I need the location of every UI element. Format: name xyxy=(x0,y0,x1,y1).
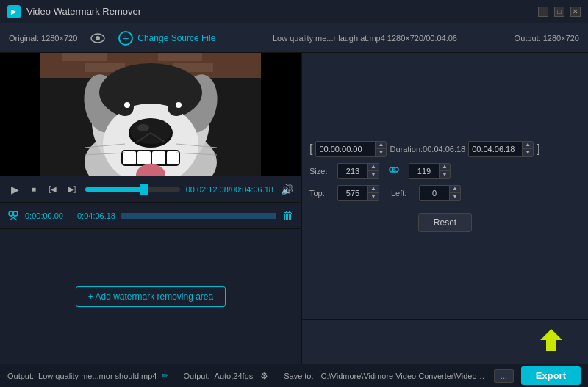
width-up[interactable]: ▲ xyxy=(368,164,379,171)
progress-thumb[interactable] xyxy=(140,184,148,195)
eye-button[interactable] xyxy=(89,29,107,47)
time-range-row: [ ▲ ▼ Duration:00:04:06.18 ▲ ▼ xyxy=(309,141,581,157)
svg-point-36 xyxy=(168,98,185,116)
add-watermark-label: + Add watermark removing area xyxy=(88,292,213,302)
top-up[interactable]: ▲ xyxy=(368,186,379,193)
svg-rect-9 xyxy=(62,53,107,61)
output-settings-label: Output: xyxy=(184,372,210,380)
original-info: Original: 1280×720 xyxy=(9,34,77,43)
strip-end-time: 0:04:06.18 xyxy=(77,211,115,220)
export-button[interactable]: Export xyxy=(521,366,581,385)
right-column: [ ▲ ▼ Duration:00:04:06.18 ▲ ▼ xyxy=(301,53,588,364)
svg-rect-10 xyxy=(110,53,154,61)
strip-bar-fill xyxy=(121,213,276,219)
save-path: C:\Vidmore\Vidmore Video Converter\Video… xyxy=(321,372,487,380)
left-up[interactable]: ▲ xyxy=(450,186,460,193)
start-time-input[interactable] xyxy=(316,143,375,155)
link-icon[interactable] xyxy=(385,164,403,178)
height-down[interactable]: ▼ xyxy=(440,171,450,178)
reset-row: Reset xyxy=(309,210,581,232)
svg-point-45 xyxy=(13,211,18,216)
start-time-up[interactable]: ▲ xyxy=(376,142,386,149)
start-time-input-group: ▲ ▼ xyxy=(315,141,387,157)
bracket-open: [ xyxy=(309,142,312,156)
left-input[interactable] xyxy=(420,187,449,199)
svg-point-27 xyxy=(137,124,149,131)
plus-circle-icon: + xyxy=(118,31,133,46)
output-settings-value: Auto;24fps xyxy=(215,372,254,380)
svg-rect-13 xyxy=(40,53,59,61)
edit-output-button[interactable]: ✏ xyxy=(162,371,168,380)
svg-point-35 xyxy=(116,98,134,116)
svg-point-38 xyxy=(176,102,182,108)
progress-bar[interactable] xyxy=(85,187,180,192)
end-time-up[interactable]: ▲ xyxy=(523,142,533,149)
next-frame-button[interactable]: ▶] xyxy=(65,182,79,197)
width-input[interactable] xyxy=(338,165,368,177)
left-label: Left: xyxy=(391,189,413,198)
strip-bar[interactable] xyxy=(121,213,276,219)
eye-icon xyxy=(90,33,105,43)
play-controls: ▶ ■ [◀ ▶] xyxy=(7,182,79,197)
strip-start-time: 0:00:00.00 xyxy=(25,211,63,220)
svg-point-26 xyxy=(130,119,171,144)
more-options-button[interactable]: ... xyxy=(494,369,514,383)
end-time-input[interactable] xyxy=(469,143,522,155)
play-button[interactable]: ▶ xyxy=(7,182,22,197)
volume-button[interactable]: 🔊 xyxy=(279,182,294,197)
maximize-button[interactable]: □ xyxy=(554,7,564,17)
height-input[interactable] xyxy=(409,165,439,177)
settings-button[interactable]: ⚙ xyxy=(260,371,268,381)
title-bar: ▶ Video Watermark Remover — □ ✕ xyxy=(0,0,588,23)
time-display: 00:02:12.08/00:04:06.18 xyxy=(186,185,273,194)
svg-rect-14 xyxy=(40,63,81,72)
prev-frame-button[interactable]: [◀ xyxy=(46,182,60,197)
delete-clip-button[interactable]: 🗑 xyxy=(282,209,294,223)
export-arrow-area xyxy=(302,319,588,364)
svg-point-44 xyxy=(9,211,13,216)
total-time: 00:04:06.18 xyxy=(231,185,273,194)
top-input-group: ▲ ▼ xyxy=(337,185,379,201)
window-controls: — □ ✕ xyxy=(538,7,581,17)
end-time-down[interactable]: ▼ xyxy=(523,149,533,156)
height-up[interactable]: ▲ xyxy=(440,164,450,171)
output-settings-info: Output: Auto;24fps xyxy=(184,372,254,380)
svg-point-37 xyxy=(124,102,130,108)
change-source-label: Change Source File xyxy=(137,33,215,43)
footer: Output: Low quality me...mor should.mp4 … xyxy=(0,364,588,387)
svg-rect-34 xyxy=(167,151,179,164)
top-spinners: ▲ ▼ xyxy=(368,186,379,200)
output-filename: Low quality me...mor should.mp4 xyxy=(38,372,157,380)
content-row: ▶ ■ [◀ ▶] 00:02:12.08/00:04:06.18 🔊 xyxy=(0,53,588,364)
current-time: 00:02:12.08 xyxy=(186,185,229,194)
end-time-spinners: ▲ ▼ xyxy=(522,142,533,156)
add-watermark-button[interactable]: + Add watermark removing area xyxy=(76,286,226,307)
svg-rect-11 xyxy=(158,53,202,61)
left-spinners: ▲ ▼ xyxy=(449,186,460,200)
stop-button[interactable]: ■ xyxy=(26,182,41,197)
add-watermark-area: + Add watermark removing area xyxy=(0,228,301,364)
top-down[interactable]: ▼ xyxy=(368,193,379,200)
bracket-close: ] xyxy=(537,142,539,156)
change-source-button[interactable]: + Change Source File xyxy=(118,31,215,46)
footer-separator xyxy=(176,370,176,382)
close-button[interactable]: ✕ xyxy=(570,7,581,17)
height-input-group: ▲ ▼ xyxy=(409,163,451,179)
app-icon: ▶ xyxy=(7,5,21,18)
save-to-label: Save to: xyxy=(284,372,313,380)
clip-settings: [ ▲ ▼ Duration:00:04:06.18 ▲ ▼ xyxy=(302,53,588,319)
start-time-down[interactable]: ▼ xyxy=(376,149,386,156)
width-down[interactable]: ▼ xyxy=(368,171,379,178)
reset-button[interactable]: Reset xyxy=(418,213,472,232)
strip-separator: — xyxy=(66,211,74,220)
video-area xyxy=(0,53,301,176)
svg-marker-49 xyxy=(540,329,562,351)
minimize-button[interactable]: — xyxy=(538,7,548,17)
svg-rect-12 xyxy=(206,53,250,61)
size-row: Size: ▲ ▼ xyxy=(309,163,581,179)
left-down[interactable]: ▼ xyxy=(450,193,460,200)
progress-fill xyxy=(85,187,144,192)
top-input[interactable] xyxy=(338,187,368,199)
export-arrow-icon xyxy=(537,325,566,358)
left-input-group: ▲ ▼ xyxy=(419,185,461,201)
